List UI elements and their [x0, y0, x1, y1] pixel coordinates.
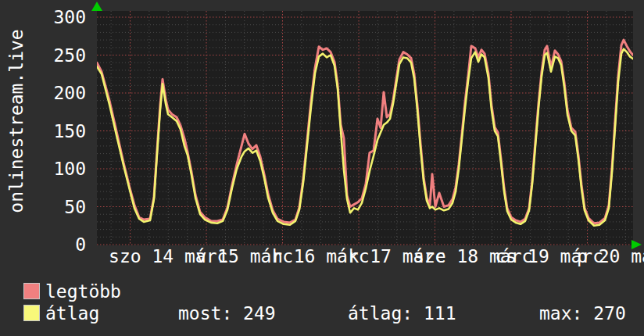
y-tick-label: 0: [0, 235, 86, 254]
x-axis-arrow-icon: [631, 240, 642, 249]
plot-area: [97, 11, 633, 245]
stat-most-value: 249: [232, 303, 275, 323]
rrd-graph: onlinestream.live 050100150200250300 szo…: [0, 0, 644, 336]
y-tick-label: 200: [0, 84, 86, 102]
stat-most-label: most:: [178, 303, 232, 323]
y-tick-label: 50: [0, 198, 86, 216]
y-tick-label: 250: [0, 46, 86, 65]
legend-swatch-atlag: [23, 305, 40, 321]
stat-most: most: 249: [178, 304, 276, 323]
y-tick-label: 150: [0, 122, 86, 141]
y-axis-arrow-icon: [91, 2, 102, 11]
legend-swatch-legtobb: [23, 283, 40, 299]
legend-label-legtobb: legtöbb: [45, 282, 121, 301]
plot-background: [97, 11, 633, 245]
stat-max-label: max:: [539, 303, 582, 323]
stat-atlag-label: átlag:: [348, 303, 413, 323]
stat-atlag: átlag: 111: [348, 304, 456, 323]
stat-atlag-value: 111: [413, 303, 456, 323]
y-tick-label: 100: [0, 159, 86, 178]
x-tick-label: p 20 márc: [577, 247, 644, 266]
stat-max-value: 270: [582, 303, 625, 323]
stat-max: max: 270: [539, 304, 626, 323]
y-tick-label: 300: [0, 8, 86, 27]
legend-label-atlag: átlag: [45, 304, 99, 323]
